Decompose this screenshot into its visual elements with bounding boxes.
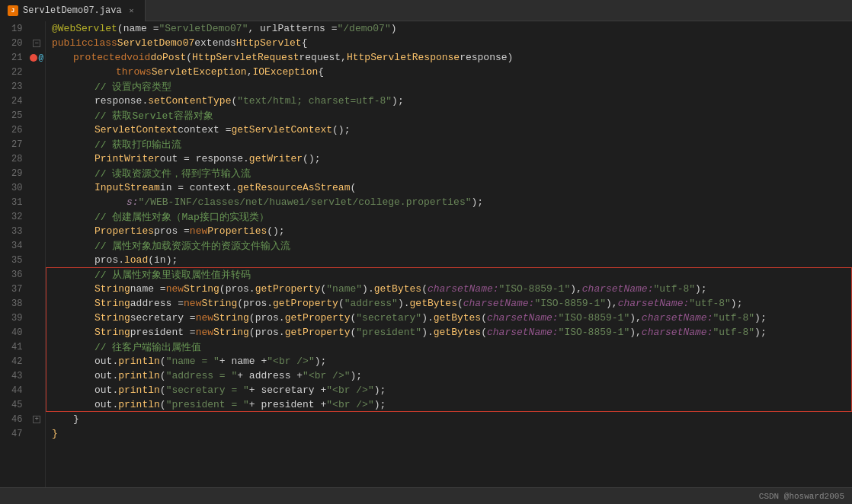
keyword: public — [52, 37, 88, 49]
code-line-37: String name = new String(pros.getPropert… — [52, 282, 852, 296]
line-gutter: 19 20 − 21 @ 22 — [0, 21, 46, 487]
gutter-row: 34 — [0, 238, 45, 253]
gutter-row: 25 — [0, 108, 45, 123]
keyword: new — [184, 298, 201, 309]
method-name: getBytes — [410, 298, 457, 309]
code-content: @WebServlet(name = "ServletDemo07", urlP… — [46, 21, 852, 487]
line-number: 33 — [0, 226, 28, 237]
code-text: ( — [351, 327, 357, 338]
code-text: name = — [130, 283, 166, 295]
code-text: ); — [754, 312, 767, 324]
tab-bar: J ServletDemo07.java ✕ — [0, 0, 852, 21]
method-name: getBytes — [434, 312, 481, 324]
param-hint: charsetName: — [428, 283, 499, 295]
line-number: 28 — [0, 154, 28, 164]
code-line-23: // 设置内容类型 — [52, 79, 852, 94]
string-literal: "<br />" — [303, 370, 350, 381]
string-literal: "ISO-8859-1" — [499, 283, 571, 295]
line-number: 30 — [0, 183, 28, 193]
code-text: ); — [392, 95, 404, 107]
code-text: ( — [160, 370, 166, 381]
close-tab-button[interactable]: ✕ — [127, 5, 137, 16]
string-literal: "utf-8" — [713, 312, 754, 324]
param-hint: charsetName: — [487, 312, 559, 324]
string-literal: "/WEB-INF/classes/net/huawei/servlet/col… — [139, 196, 472, 208]
code-line-29: // 读取资源文件，得到字节输入流 — [52, 166, 852, 180]
gutter-row: 22 — [0, 65, 45, 79]
line-number: 35 — [0, 255, 28, 266]
code-text: ( — [160, 399, 166, 410]
gutter-row: 33 — [0, 224, 45, 238]
code-text: ( — [350, 182, 356, 193]
code-line-43: out.println("address = " + address + "<b… — [52, 368, 852, 383]
keyword: throws — [116, 66, 152, 78]
keyword: new — [196, 312, 213, 324]
gutter-row: 27 — [0, 137, 45, 152]
line-number: 45 — [0, 400, 28, 410]
gutter-row: 35 — [0, 253, 45, 267]
code-text: ) — [391, 23, 397, 34]
code-text: ( — [421, 283, 428, 295]
line-number: 26 — [0, 125, 28, 136]
string-literal: "<br />" — [267, 356, 314, 367]
line-number: 40 — [0, 327, 28, 338]
code-line-27: // 获取打印输出流 — [52, 137, 852, 152]
comment: // 设置内容类型 — [94, 80, 171, 94]
status-text: CSDN @hosward2005 — [759, 492, 844, 501]
keyword: new — [190, 225, 207, 237]
code-text: ); — [374, 384, 386, 396]
classname: String — [213, 327, 249, 338]
comment: // 从属性对象里读取属性值并转码 — [94, 268, 251, 282]
classname: HttpServlet — [236, 37, 302, 49]
method-name: println — [118, 399, 160, 410]
code-text: ). — [362, 283, 374, 295]
code-line-39: String secretary = new String(pros.getPr… — [52, 311, 852, 325]
method-name: doPost — [150, 52, 186, 63]
method-name: getServletContext — [231, 124, 332, 136]
string-literal: "ServletDemo07" — [159, 23, 248, 34]
string-literal: "president" — [356, 327, 421, 338]
comment: // 创建属性对象（Map接口的实现类） — [94, 210, 269, 224]
keyword: new — [196, 327, 213, 338]
string-literal: "secretary = " — [166, 384, 249, 396]
comment: // 获取Servlet容器对象 — [94, 109, 213, 123]
code-line-44: out.println("secretary = " + secretary +… — [52, 383, 852, 397]
classname: String — [94, 283, 130, 295]
code-line-41: // 往客户端输出属性值 — [52, 340, 852, 354]
gutter-row: 47 — [0, 426, 45, 441]
code-text: , — [247, 66, 253, 78]
code-text: ). — [421, 327, 434, 338]
tab-filename: ServletDemo07.java — [23, 5, 122, 16]
string-literal: "address = " — [166, 370, 238, 381]
line-number: 47 — [0, 429, 28, 439]
code-line-21: protected void doPost(HttpServletRequest… — [52, 50, 852, 65]
arrow-icon: @ — [38, 53, 43, 62]
fold-icon[interactable]: − — [33, 40, 40, 47]
file-tab[interactable]: J ServletDemo07.java ✕ — [0, 0, 146, 21]
line-number: 27 — [0, 139, 28, 150]
code-text: (pros. — [219, 283, 255, 295]
method-name: getProperty — [285, 312, 351, 324]
gutter-row: 26 — [0, 123, 45, 137]
param-hint: s: — [127, 196, 139, 208]
code-text: ( — [481, 327, 487, 338]
closing-brace: } — [52, 428, 58, 439]
code-text: ). — [398, 298, 410, 309]
code-text: (pros. — [237, 298, 273, 309]
status-bar: CSDN @hosward2005 — [0, 487, 852, 504]
fold-icon[interactable]: + — [33, 416, 40, 423]
code-text: (); — [303, 153, 320, 164]
gutter-row: 39 — [0, 311, 45, 325]
breakpoint-dot[interactable] — [30, 54, 37, 62]
classname: String — [213, 312, 249, 324]
code-text: ( — [160, 356, 166, 367]
line-number: 25 — [0, 110, 28, 121]
code-text: response) — [460, 52, 513, 63]
classname: String — [94, 327, 130, 338]
classname: Properties — [207, 225, 267, 237]
code-line-38: String address = new String(pros.getProp… — [52, 296, 852, 311]
string-literal: "<br />" — [326, 384, 373, 396]
line-marker: − — [28, 40, 45, 47]
method-name: getProperty — [255, 283, 321, 295]
method-name: println — [118, 356, 160, 367]
